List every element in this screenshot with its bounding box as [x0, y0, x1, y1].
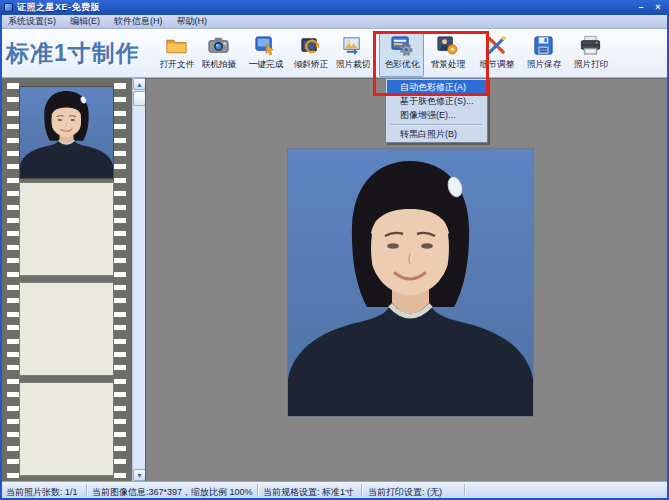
menu-bar: 系统设置(S) 编辑(E) 软件信息(H) 帮助(H) [2, 15, 667, 29]
toolbar-label: 细节调整 [479, 58, 514, 70]
status-image-info: 当前图像信息:367*397，缩放比例 100% [92, 486, 253, 499]
status-separator [257, 484, 258, 496]
menu-separator [391, 124, 482, 125]
status-separator [361, 484, 362, 496]
one-click-finish-icon [254, 34, 277, 57]
toolbar-button-photo-save[interactable]: 照片保存 [521, 32, 566, 77]
film-sprocket-holes-left [7, 78, 19, 481]
workspace: ▲ ▼ [2, 78, 667, 481]
status-photo-count: 当前照片张数: 1/1 [6, 486, 78, 499]
toolbar-label: 联机拍摄 [201, 58, 236, 70]
tilt-correction-icon [299, 34, 322, 57]
folder-open-icon [165, 34, 188, 57]
toolbar: 标准1寸制作 打开文件 联机拍摄 [2, 29, 667, 78]
menu-system-settings[interactable]: 系统设置(S) [8, 15, 56, 28]
status-separator [86, 484, 87, 496]
filmstrip-empty-frame [19, 382, 114, 476]
color-optimize-icon [390, 34, 413, 57]
photo-print-icon [579, 34, 602, 57]
toolbar-button-one-click-finish[interactable]: 一键完成 [243, 32, 288, 77]
status-separator [464, 484, 465, 496]
menu-help[interactable]: 帮助(H) [177, 15, 208, 28]
toolbar-label: 照片保存 [526, 58, 561, 70]
close-button[interactable]: × [651, 2, 665, 13]
background-process-icon [436, 34, 459, 57]
menu-item-skin-tone-correct[interactable]: 基于肤色修正(S)... [387, 94, 486, 108]
app-icon [4, 3, 13, 12]
toolbar-button-photo-crop[interactable]: 照片裁切 [330, 32, 375, 77]
toolbar-label: 背景处理 [430, 58, 465, 70]
toolbar-label: 倾斜矫正 [293, 58, 328, 70]
toolbar-button-color-optimize[interactable]: 色彩优化 [379, 32, 424, 77]
window-title: 证照之星XE-免费版 [17, 1, 631, 14]
portrait-image [288, 149, 533, 416]
toolbar-button-detail-adjust[interactable]: 细节调整 [474, 32, 519, 77]
menu-item-image-enhance[interactable]: 图像增强(E)... [387, 108, 486, 122]
id-photo-preview [288, 149, 533, 416]
color-optimize-dropdown-menu: 自动色彩修正(A) 基于肤色修正(S)... 图像增强(E)... 转黑白照片(… [385, 78, 488, 143]
toolbar-button-background-process[interactable]: 背景处理 [425, 32, 470, 77]
filmstrip-scrollbar[interactable]: ▲ ▼ [132, 78, 145, 481]
title-bar: 证照之星XE-免费版 – × [0, 0, 669, 15]
toolbar-button-photo-print[interactable]: 照片打印 [568, 32, 613, 77]
photo-save-icon [532, 34, 555, 57]
toolbar-label: 照片打印 [573, 58, 608, 70]
filmstrip-thumbnail-photo[interactable] [19, 86, 114, 179]
status-print-setting: 当前打印设置: (无) [368, 486, 442, 499]
filmstrip-sidebar: ▲ ▼ [2, 78, 145, 481]
filmstrip [2, 78, 132, 481]
film-sprocket-holes-right [114, 78, 126, 481]
app-window: 证照之星XE-免费版 – × 系统设置(S) 编辑(E) 软件信息(H) 帮助(… [0, 0, 669, 500]
toolbar-button-camera-capture[interactable]: 联机拍摄 [196, 32, 241, 77]
minimize-button[interactable]: – [634, 2, 648, 13]
menu-software-info[interactable]: 软件信息(H) [114, 15, 163, 28]
toolbar-button-open-file[interactable]: 打开文件 [154, 32, 199, 77]
status-bar: 当前照片张数: 1/1 当前图像信息:367*397，缩放比例 100% 当前规… [2, 481, 667, 498]
photo-crop-icon [341, 34, 364, 57]
menu-item-to-black-white[interactable]: 转黑白照片(B) [387, 127, 486, 141]
detail-adjust-icon [485, 34, 508, 57]
filmstrip-empty-frame [19, 182, 114, 276]
filmstrip-empty-frame [19, 282, 114, 376]
toolbar-button-tilt-correction[interactable]: 倾斜矫正 [288, 32, 333, 77]
camera-icon [207, 34, 230, 57]
thumbnail-portrait-image [20, 87, 113, 178]
toolbar-label: 照片裁切 [335, 58, 370, 70]
toolbar-label: 色彩优化 [384, 58, 419, 70]
menu-item-auto-color-correct[interactable]: 自动色彩修正(A) [387, 80, 486, 94]
status-spec-setting: 当前规格设置: 标准1寸 [263, 486, 354, 499]
mode-title: 标准1寸制作 [6, 38, 154, 69]
toolbar-label: 一键完成 [248, 58, 283, 70]
menu-edit[interactable]: 编辑(E) [70, 15, 100, 28]
toolbar-label: 打开文件 [159, 58, 194, 70]
